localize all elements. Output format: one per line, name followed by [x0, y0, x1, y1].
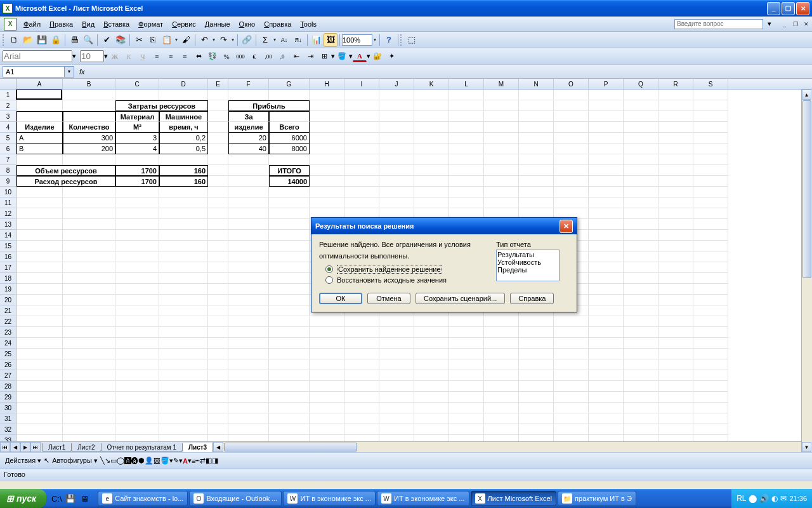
- cell-C13[interactable]: [115, 219, 159, 230]
- col-header-E[interactable]: E: [208, 79, 228, 89]
- cell-Q17[interactable]: [624, 262, 658, 273]
- cell-Q10[interactable]: [624, 187, 658, 197]
- cell-S6[interactable]: [693, 144, 728, 154]
- cell-F30[interactable]: [228, 403, 269, 413]
- menu-сервис[interactable]: Сервис: [167, 18, 200, 30]
- cell-R29[interactable]: [658, 392, 693, 403]
- cell-B5[interactable]: 300: [63, 133, 115, 144]
- cell-I31[interactable]: [344, 413, 379, 424]
- cell-G17[interactable]: [269, 262, 310, 273]
- cell-S7[interactable]: [693, 154, 728, 165]
- cell-F23[interactable]: [228, 327, 269, 338]
- autoshapes-menu[interactable]: Автофигуры ▾: [49, 457, 100, 465]
- col-header-N[interactable]: N: [519, 79, 554, 89]
- cell-R33[interactable]: [658, 435, 693, 441]
- col-header-H[interactable]: H: [310, 79, 344, 89]
- cell-R26[interactable]: [658, 359, 693, 370]
- cell-C10[interactable]: [115, 187, 159, 197]
- cell-P28[interactable]: [589, 381, 624, 392]
- cell-L25[interactable]: [449, 349, 484, 359]
- cell-E8[interactable]: [208, 165, 228, 176]
- vscroll-thumb[interactable]: [802, 100, 811, 278]
- cell-O31[interactable]: [554, 413, 589, 424]
- cell-P21[interactable]: [589, 305, 624, 316]
- cell-S8[interactable]: [693, 165, 728, 176]
- cell-A30[interactable]: [16, 403, 63, 413]
- row-header-15[interactable]: 15: [0, 241, 16, 251]
- cell-S9[interactable]: [693, 176, 728, 187]
- cell-D30[interactable]: [159, 403, 208, 413]
- cell-L1[interactable]: [449, 90, 484, 100]
- vscroll-down[interactable]: ▼: [802, 442, 811, 452]
- cell-D18[interactable]: [159, 273, 208, 284]
- help-button[interactable]: ?: [382, 33, 396, 47]
- cell-B23[interactable]: [63, 327, 115, 338]
- row-header-2[interactable]: 2: [0, 100, 16, 111]
- cell-D8[interactable]: 160: [159, 165, 208, 176]
- cell-P17[interactable]: [589, 262, 624, 273]
- cell-N31[interactable]: [519, 413, 554, 424]
- cell-S3[interactable]: [693, 111, 728, 122]
- cell-H7[interactable]: [310, 154, 344, 165]
- cell-O1[interactable]: [554, 90, 589, 100]
- cell-R13[interactable]: [658, 219, 693, 230]
- cell-G13[interactable]: [269, 219, 310, 230]
- cell-C23[interactable]: [115, 327, 159, 338]
- cell-I7[interactable]: [344, 154, 379, 165]
- cell-B1[interactable]: [63, 90, 115, 100]
- cell-F1[interactable]: [228, 90, 269, 100]
- cell-A29[interactable]: [16, 392, 63, 403]
- cell-M11[interactable]: [484, 197, 519, 208]
- cell-E6[interactable]: [208, 144, 228, 154]
- report-option[interactable]: Результаты: [497, 251, 558, 258]
- cell-A11[interactable]: [16, 197, 63, 208]
- cell-D10[interactable]: [159, 187, 208, 197]
- row-header-29[interactable]: 29: [0, 392, 16, 403]
- cell-R15[interactable]: [658, 241, 693, 251]
- row-header-27[interactable]: 27: [0, 370, 16, 381]
- cell-F21[interactable]: [228, 305, 269, 316]
- cell-B26[interactable]: [63, 359, 115, 370]
- cell-R3[interactable]: [658, 111, 693, 122]
- cell-N4[interactable]: [519, 122, 554, 133]
- cell-G12[interactable]: [269, 208, 310, 219]
- cell-N1[interactable]: [519, 90, 554, 100]
- cell-Q30[interactable]: [624, 403, 658, 413]
- cell-G1[interactable]: [269, 90, 310, 100]
- cell-K27[interactable]: [414, 370, 449, 381]
- cell-B24[interactable]: [63, 338, 115, 349]
- cell-G25[interactable]: [269, 349, 310, 359]
- cell-S25[interactable]: [693, 349, 728, 359]
- cell-N32[interactable]: [519, 424, 554, 435]
- cell-D20[interactable]: [159, 295, 208, 305]
- new-button[interactable]: 🗋: [7, 33, 21, 47]
- cell-P4[interactable]: [589, 122, 624, 133]
- cell-S17[interactable]: [693, 262, 728, 273]
- cell-J8[interactable]: [379, 165, 414, 176]
- cell-N33[interactable]: [519, 435, 554, 441]
- tab-nav-prev[interactable]: ◀: [10, 442, 20, 452]
- sheet-tab[interactable]: Отчет по результатам 1: [101, 443, 183, 452]
- cell-P23[interactable]: [589, 327, 624, 338]
- cell-I1[interactable]: [344, 90, 379, 100]
- cell-C15[interactable]: [115, 241, 159, 251]
- tray-icon[interactable]: ✉: [780, 494, 787, 503]
- cell-J25[interactable]: [379, 349, 414, 359]
- col-header-A[interactable]: A: [16, 79, 63, 89]
- cell-B28[interactable]: [63, 381, 115, 392]
- report-option[interactable]: Пределы: [497, 266, 558, 274]
- cell-A3[interactable]: [16, 111, 63, 122]
- cell-D27[interactable]: [159, 370, 208, 381]
- merge-center-button[interactable]: ⬌: [192, 50, 206, 64]
- cell-J2[interactable]: [379, 100, 414, 111]
- tray-icon[interactable]: 🔊: [759, 494, 769, 503]
- cell-D28[interactable]: [159, 381, 208, 392]
- report-type-listbox[interactable]: Результаты Устойчивость Пределы: [496, 250, 560, 281]
- cell-N11[interactable]: [519, 197, 554, 208]
- cell-H5[interactable]: [310, 133, 344, 144]
- menu-tools[interactable]: Tools: [296, 18, 321, 30]
- dialog-help-button[interactable]: Справка: [510, 293, 554, 304]
- cell-G20[interactable]: [269, 295, 310, 305]
- cell-K4[interactable]: [414, 122, 449, 133]
- cell-D14[interactable]: [159, 230, 208, 241]
